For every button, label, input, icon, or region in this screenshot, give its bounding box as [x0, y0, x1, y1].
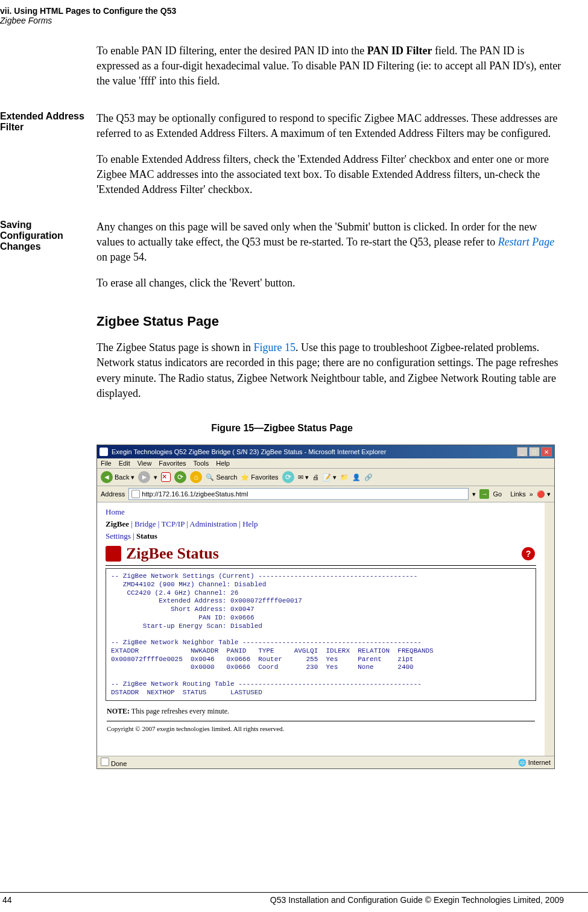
- refresh-button[interactable]: ⟳: [174, 471, 186, 483]
- ie-toolbar: ◄Back ▾ ► ▾ ✕ ⟳ ⌂ 🔍Search ⭐Favorites ⟳ ✉…: [97, 469, 554, 486]
- nav-admin[interactable]: Administration: [189, 519, 237, 528]
- home-button[interactable]: ⌂: [190, 471, 202, 483]
- page-viewport: Home ZigBee | Bridge | TCP/IP | Administ…: [97, 502, 554, 756]
- go-button[interactable]: →: [479, 489, 489, 499]
- go-label: Go: [493, 490, 502, 498]
- menu-tools[interactable]: Tools: [194, 460, 209, 467]
- star-icon: ⭐: [241, 473, 249, 481]
- window-title: Exegin Technologies Q52 ZigBee Bridge ( …: [112, 448, 517, 455]
- note-bold: NOTE:: [107, 707, 130, 715]
- divider2: [107, 721, 535, 721]
- nav-tcpip[interactable]: TCP/IP: [161, 519, 185, 528]
- history-button[interactable]: ⟳: [282, 471, 294, 483]
- ext-addr-p2: To enable Extended Address filters, chec…: [96, 152, 564, 198]
- minimize-button[interactable]: _: [517, 447, 528, 457]
- status-pre: The Zigbee Status page is shown in: [96, 341, 253, 353]
- msn-button[interactable]: 👤: [352, 473, 361, 481]
- internet-icon: 🌐: [518, 759, 526, 766]
- url-text: http://172.16.16.1/zigbeeStatus.html: [142, 490, 248, 498]
- page-footer: 44 Q53 Installation and Configuration Gu…: [0, 892, 588, 905]
- figure-15-link[interactable]: Figure 15: [253, 341, 296, 353]
- nav-bridge[interactable]: Bridge: [134, 519, 156, 528]
- links-button[interactable]: 🔗: [364, 473, 373, 481]
- page-header-chapter: vii. Using HTML Pages to Configure the Q…: [0, 6, 564, 16]
- done-icon: [101, 758, 109, 766]
- address-input[interactable]: http://172.16.16.1/zigbeeStatus.html: [128, 488, 469, 500]
- panid-pre: To enable PAN ID filtering, enter the de…: [96, 45, 367, 57]
- print-button[interactable]: 🖨: [312, 473, 319, 481]
- close-button[interactable]: ✕: [541, 447, 552, 457]
- ie-icon: [100, 448, 108, 456]
- edit-button[interactable]: 📝 ▾: [323, 473, 337, 481]
- page-header-section: Zigbee Forms: [0, 16, 564, 25]
- nav-settings[interactable]: Settings: [106, 531, 131, 540]
- nav-row-2: ZigBee | Bridge | TCP/IP | Administratio…: [101, 518, 541, 530]
- saving-p1-pre: Any changes on this page will be saved o…: [96, 221, 537, 248]
- figure-caption: Figure 15—Zigbee Status Page: [0, 423, 564, 434]
- page-icon: [131, 490, 140, 498]
- menu-view[interactable]: View: [138, 460, 152, 467]
- help-icon[interactable]: ?: [522, 547, 535, 560]
- back-icon: ◄: [101, 471, 113, 483]
- nav-row-1: Home: [101, 506, 541, 518]
- status-output: -- ZigBee Network Settings (Current) ---…: [106, 568, 536, 701]
- side-label-empty: [0, 43, 96, 100]
- favorites-button[interactable]: ⭐Favorites: [241, 473, 278, 481]
- stop-button[interactable]: ✕: [161, 472, 171, 482]
- zigbee-status-title: ZigBee Status: [106, 545, 219, 563]
- restart-page-link[interactable]: Restart Page: [498, 236, 554, 248]
- footer-text: Q53 Installation and Configuration Guide…: [270, 895, 588, 905]
- nav-home[interactable]: Home: [106, 507, 125, 516]
- divider: [106, 565, 536, 566]
- search-icon: 🔍: [206, 473, 214, 481]
- back-button[interactable]: ◄Back ▾: [101, 471, 134, 483]
- status-para: The Zigbee Status page is shown in Figur…: [96, 340, 564, 401]
- nav-status[interactable]: Status: [136, 531, 157, 540]
- ie-statusbar: Done 🌐 Internet: [97, 756, 554, 768]
- status-done: Done: [111, 760, 127, 767]
- mail-button[interactable]: ✉ ▾: [298, 473, 309, 481]
- nav-help[interactable]: Help: [242, 519, 258, 528]
- menu-file[interactable]: File: [101, 460, 112, 467]
- panid-bold: PAN ID Filter: [367, 45, 432, 57]
- back-label: Back: [115, 473, 129, 481]
- forward-button[interactable]: ►: [138, 471, 150, 483]
- side-label-empty2: [0, 340, 96, 412]
- ext-addr-p1: The Q53 may be optionally configured to …: [96, 111, 564, 141]
- favorites-label: Favorites: [251, 473, 278, 481]
- ie-menubar: File Edit View Favorites Tools Help: [97, 458, 554, 469]
- copyright-text: Copyright © 2007 exegin technologies lim…: [101, 723, 541, 738]
- search-button[interactable]: 🔍Search: [206, 473, 237, 481]
- snagit-icon[interactable]: 🔴 ▾: [537, 490, 551, 498]
- search-label: Search: [216, 473, 237, 481]
- status-zone: Internet: [528, 759, 551, 766]
- page-number: 44: [0, 895, 12, 905]
- folder-button[interactable]: 📁: [340, 473, 349, 481]
- links-label: Links: [510, 490, 526, 498]
- ie-titlebar: Exegin Technologies Q52 ZigBee Bridge ( …: [97, 445, 554, 458]
- address-label: Address: [101, 490, 125, 498]
- saving-p2: To erase all changes, click the 'Revert'…: [96, 276, 564, 291]
- note-text: This page refreshes every minute.: [130, 707, 229, 715]
- maximize-button[interactable]: □: [529, 447, 540, 457]
- saving-p1: Any changes on this page will be saved o…: [96, 220, 564, 265]
- menu-edit[interactable]: Edit: [119, 460, 130, 467]
- side-label-ext-addr: Extended Address Filter: [0, 111, 96, 209]
- para-panid: To enable PAN ID filtering, enter the de…: [96, 43, 564, 100]
- menu-favorites[interactable]: Favorites: [159, 460, 186, 467]
- nav-row-3: Settings | Status: [101, 530, 541, 542]
- zigbee-logo-icon: [106, 546, 121, 562]
- section-heading-zigbee-status: Zigbee Status Page: [96, 314, 564, 329]
- note-line: NOTE: This page refreshes every minute.: [101, 703, 541, 720]
- nav-zigbee[interactable]: ZigBee: [106, 519, 129, 528]
- side-label-saving: Saving Configuration Changes: [0, 220, 96, 302]
- browser-window: Exegin Technologies Q52 ZigBee Bridge ( …: [96, 445, 555, 769]
- ie-addressbar: Address http://172.16.16.1/zigbeeStatus.…: [97, 486, 554, 502]
- menu-help[interactable]: Help: [216, 460, 230, 467]
- zigbee-title-text: ZigBee Status: [126, 545, 219, 563]
- saving-p1-post: on page 54.: [96, 251, 147, 263]
